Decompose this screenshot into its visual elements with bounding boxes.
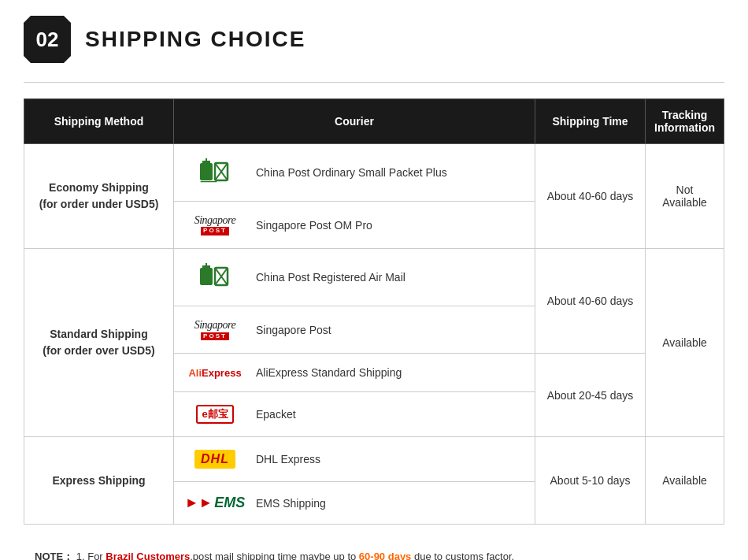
express-part: Express [202,367,242,379]
col-method: Shipping Method [24,99,174,144]
table-row-express-1: Express Shipping DHL DHL Express About 5… [24,437,724,482]
express-tracking: Available [646,437,724,525]
epacket-logo: e邮宝 [183,405,246,424]
economy-courier-1: _ China Post Ordinary Small Packet Plus [174,144,535,202]
standard-tracking: Available [646,249,724,437]
singpost-wrapper-2: Singapore POST [194,319,236,340]
standard-courier-3: AliExpress AliExpress Standard Shipping [174,354,535,392]
epacket-text-logo: e邮宝 [196,405,233,424]
standard-time-2: About 20-45 days [535,354,646,437]
courier-name-ali: AliExpress Standard Shipping [256,366,402,379]
courier-row-ali: AliExpress AliExpress Standard Shipping [183,362,525,384]
svg-rect-10 [206,263,207,271]
standard-courier-2: Singapore POST Singapore Post [174,306,535,354]
ali-part: Ali [188,367,202,379]
economy-time: About 40-60 days [535,144,646,249]
courier-row-ems: ►► EMS EMS Shipping [183,490,525,516]
chinapost-logo-1: _ [183,157,246,188]
courier-row-chinapost-1: _ China Post Ordinary Small Packet Plus [183,152,525,193]
express-courier-2: ►► EMS EMS Shipping [174,482,535,525]
singpost-logo-2: Singapore POST [183,319,246,340]
col-time: Shipping Time [535,99,646,144]
singpost-sub-1: POST [201,227,229,235]
dhl-logo: DHL [183,450,246,469]
col-tracking: Tracking Information [646,99,724,144]
aliexpress-text-logo: AliExpress [188,367,241,379]
col-courier: Courier [174,99,535,144]
economy-method-cell: Economy Shipping(for order under USD5) [24,144,174,249]
express-time: About 5-10 days [535,437,646,525]
singpost-wrapper-1: Singapore POST [194,214,236,235]
courier-name-chinapost-2: China Post Registered Air Mail [256,271,405,284]
singpost-logo-1: Singapore POST [183,214,246,235]
days-highlight: 60-90 days [359,551,412,560]
table-row-standard-1: Standard Shipping(for order over USD5) [24,249,724,306]
chinapost-logo-2 [183,261,246,293]
note-1: NOTE： 1. For Brazil Customers,post mail … [35,548,713,560]
singpost-script-1: Singapore [194,214,236,226]
courier-name-singpost-2: Singapore Post [256,324,331,336]
courier-name-singpost-1: Singapore Post OM Pro [256,219,372,232]
page-header: 02 SHIPPING CHOICE [24,16,724,63]
shipping-table: Shipping Method Courier Shipping Time Tr… [24,98,724,525]
standard-method-cell: Standard Shipping(for order over USD5) [24,249,174,437]
page-title: SHIPPING CHOICE [85,27,305,52]
table-header-row: Shipping Method Courier Shipping Time Tr… [24,99,724,144]
express-courier-1: DHL DHL Express [174,437,535,482]
standard-courier-1: China Post Registered Air Mail [174,249,535,306]
table-row-economy: Economy Shipping(for order under USD5) _ [24,144,724,202]
courier-row-singpost-1: Singapore POST Singapore Post OM Pro [183,210,525,240]
singpost-script-2: Singapore [194,319,236,331]
ems-logo-wrap: ►► EMS [185,495,246,511]
header-divider [24,82,724,83]
courier-name-ems: EMS Shipping [256,497,326,510]
notes-section: NOTE： 1. For Brazil Customers,post mail … [24,540,724,560]
note-label: NOTE： [35,551,73,560]
economy-tracking: NotAvailable [646,144,724,249]
singpost-sub-2: POST [201,332,229,341]
standard-time-1: About 40-60 days [535,249,646,354]
step-badge: 02 [24,16,71,63]
ems-text: EMS [214,495,245,511]
economy-courier-2: Singapore POST Singapore Post OM Pro [174,202,535,249]
courier-row-epacket: e邮宝 Epacket [183,400,525,428]
courier-name-epacket: Epacket [256,408,296,421]
aliexpress-logo: AliExpress [183,367,246,379]
courier-name-dhl: DHL Express [256,453,320,465]
ems-logo: ►► EMS [183,495,246,511]
courier-row-singpost-2: Singapore POST Singapore Post [183,314,525,345]
courier-row-dhl: DHL DHL Express [183,445,525,473]
ems-arrow-icon: ►► [185,495,213,511]
chinapost-icon-1: _ [198,157,232,188]
courier-name-chinapost-1: China Post Ordinary Small Packet Plus [256,166,447,179]
svg-rect-4 [206,158,207,166]
brazil-highlight: Brazil Customers [106,551,190,560]
chinapost-icon-2 [198,261,232,293]
express-method-cell: Express Shipping [24,437,174,525]
standard-courier-4: e邮宝 Epacket [174,392,535,437]
dhl-text: DHL [201,452,229,465]
courier-row-chinapost-2: China Post Registered Air Mail [183,257,525,298]
dhl-logo-wrap: DHL [194,450,235,469]
